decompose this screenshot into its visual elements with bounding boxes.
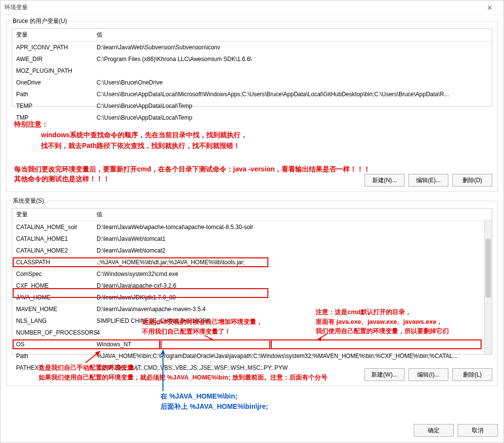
new-sys-var-button[interactable]: 新建(W)...: [364, 368, 404, 381]
annotation-other-cmds: 其他命令的测试也是这样！！！: [14, 174, 110, 184]
var-name: Path: [12, 351, 93, 361]
edit-sys-var-button[interactable]: 编辑(I)...: [408, 368, 448, 381]
var-value: SIMPLIFIED CHINESE_CHINA.ZHS16GBK: [93, 316, 492, 326]
var-name: NUMBER_OF_PROCESSORS: [12, 328, 93, 338]
sys-vars-legend: 系统变量(S): [11, 197, 46, 205]
var-value: D:\learn\JavaWeb\apache-tomcat\apache-to…: [93, 222, 492, 232]
var-name: MAVEN_HOME: [12, 304, 93, 314]
user-vars-legend: Bruce 的用户变量(U): [11, 17, 69, 25]
list-header: 变量 值: [12, 209, 492, 221]
user-vars-fieldset: Bruce 的用户变量(U) 变量 值 APR_ICONV_PATHD:\lea…: [6, 21, 498, 192]
list-header: 变量 值: [12, 29, 492, 42]
col-header-value[interactable]: 值: [93, 209, 492, 221]
table-row[interactable]: CATALINA_HOME_solrD:\learn\JavaWeb\apach…: [12, 221, 492, 233]
table-row[interactable]: NLS_LANGSIMPLIFIED CHINESE_CHINA.ZHS16GB…: [12, 315, 492, 327]
var-value: [93, 66, 492, 76]
sys-vars-buttons: 新建(W)... 编辑(I)... 删除(L): [364, 368, 492, 381]
table-row[interactable]: JAVA_HOMED:\learn\Java\JDK\jdk1.7.0_80: [12, 292, 492, 303]
var-value: D:\learn\Java\JDK\jdk1.7.0_80: [93, 293, 492, 302]
new-user-var-button[interactable]: 新建(N)...: [364, 174, 404, 187]
delete-sys-var-button[interactable]: 删除(L): [452, 368, 492, 381]
var-name: TEMP: [12, 101, 93, 111]
var-value: C:\Users\Bruce\AppData\Local\Temp: [93, 113, 492, 123]
var-value: D:\learn\Java\apache-cxf-3.2.6: [93, 281, 492, 291]
var-name: APR_ICONV_PATH: [12, 42, 93, 52]
table-row[interactable]: CXF_HOMED:\learn\Java\apache-cxf-3.2.6: [12, 280, 492, 292]
var-name: JAVA_HOME: [12, 293, 93, 302]
var-name: OS: [12, 339, 93, 349]
scrollbar[interactable]: [484, 219, 492, 354]
window-title: 环境变量: [4, 3, 480, 12]
col-header-value[interactable]: 值: [93, 29, 492, 41]
var-value: .;%JAVA_HOME%\lib\dt.jar;%JAVA_HOME%\lib…: [93, 257, 492, 267]
annotation-append-jre: 在 %JAVA_HOME%\bin;后面补上 %JAVA_HOME%\bin\j…: [161, 391, 268, 412]
var-value: D:\learn\Java\maven\apache-maven-3.5.4: [93, 304, 492, 314]
table-row[interactable]: MAVEN_HOMED:\learn\Java\maven\apache-mav…: [12, 303, 492, 315]
table-row[interactable]: AWE_DIRC:\Program Files (x86)\Khrona LLC…: [12, 53, 492, 65]
var-value: C:\Users\Bruce\OneDrive: [93, 78, 492, 87]
var-name: CXF_HOME: [12, 281, 93, 291]
sys-vars-list[interactable]: 变量 值 CATALINA_HOME_solrD:\learn\JavaWeb\…: [12, 208, 492, 355]
var-value: C:\Program Files (x86)\Khrona LLC\Awesom…: [93, 54, 492, 64]
table-row[interactable]: CATALINA_HOME2D:\learn\JavaWeb\tomcat2: [12, 245, 492, 256]
var-value: D:\learn\JavaWeb\Subversion\Subversion\i…: [93, 42, 492, 52]
table-row[interactable]: OneDriveC:\Users\Bruce\OneDrive: [12, 77, 492, 88]
sys-vars-fieldset: 系统变量(S) 变量 值 CATALINA_HOME_solrD:\learn\…: [6, 201, 498, 386]
table-row[interactable]: ComSpecC:\Windows\system32\cmd.exe: [12, 268, 492, 280]
var-name: NLS_LANG: [12, 316, 93, 326]
annotation-note-line1: windows系统中查找命令的顺序，先在当前目录中找，找到就执行，: [41, 130, 247, 140]
var-value: 4: [93, 328, 492, 338]
dialog-footer: 确定 取消: [0, 419, 504, 443]
cancel-button[interactable]: 取消: [458, 424, 498, 437]
table-row[interactable]: Path%JAVA_HOME%\bin;C:\ProgramData\Oracl…: [12, 350, 492, 362]
table-row[interactable]: TMPC:\Users\Bruce\AppData\Local\Temp: [12, 112, 492, 124]
edit-user-var-button[interactable]: 编辑(E)...: [408, 174, 448, 187]
var-name: AWE_DIR: [12, 54, 93, 64]
col-header-name[interactable]: 变量: [12, 209, 93, 221]
annotation-reopen-cmd: 每当我们更改完环境变量后，要重新打开cmd，在各个目录下测试命令：java -v…: [14, 164, 370, 174]
var-value: C:\Users\Bruce\AppData\Local\Microsoft\W…: [93, 89, 492, 99]
var-name: CATALINA_HOME2: [12, 246, 93, 255]
var-name: TMP: [12, 113, 93, 123]
var-value: %JAVA_HOME%\bin;C:\ProgramData\Oracle\Ja…: [93, 351, 492, 361]
col-header-name[interactable]: 变量: [12, 29, 93, 41]
var-name: CATALINA_HOME_solr: [12, 222, 93, 232]
titlebar[interactable]: 环境变量 ✕: [0, 0, 504, 15]
user-vars-buttons: 新建(N)... 编辑(E)... 删除(D): [364, 174, 492, 187]
var-value: D:\learn\JavaWeb\tomcat1: [93, 234, 492, 244]
var-value: C:\Users\Bruce\AppData\Local\Temp: [93, 101, 492, 111]
var-name: CATALINA_HOME1: [12, 234, 93, 244]
table-row[interactable]: APR_ICONV_PATHD:\learn\JavaWeb\Subversio…: [12, 42, 492, 53]
table-row[interactable]: OSWindows_NT: [12, 338, 492, 350]
table-row[interactable]: CLASSPATH.;%JAVA_HOME%\lib\dt.jar;%JAVA_…: [12, 256, 492, 268]
table-row[interactable]: TEMPC:\Users\Bruce\AppData\Local\Temp: [12, 100, 492, 112]
user-vars-list[interactable]: 变量 值 APR_ICONV_PATHD:\learn\JavaWeb\Subv…: [12, 28, 492, 106]
env-vars-window: 环境变量 ✕ Bruce 的用户变量(U) 变量 值 APR_ICONV_PAT…: [0, 0, 504, 443]
var-name: ComSpec: [12, 269, 93, 279]
var-value: C:\Windows\system32\cmd.exe: [93, 269, 492, 279]
scrollbar-thumb[interactable]: [485, 239, 491, 297]
annotation-note-line2: 找不到，就去Path路径下依次查找，找到就执行，找不到就报错！: [41, 141, 240, 151]
var-value: D:\learn\JavaWeb\tomcat2: [93, 246, 492, 255]
table-row[interactable]: MOZ_PLUGIN_PATH: [12, 65, 492, 77]
table-row[interactable]: NUMBER_OF_PROCESSORS4: [12, 327, 492, 338]
table-row[interactable]: CATALINA_HOME1D:\learn\JavaWeb\tomcat1: [12, 233, 492, 245]
delete-user-var-button[interactable]: 删除(D): [452, 174, 492, 187]
var-name: PATHEXT: [12, 363, 93, 373]
var-name: OneDrive: [12, 78, 93, 87]
var-name: MOZ_PLUGIN_PATH: [12, 66, 93, 76]
var-value: Windows_NT: [93, 339, 492, 349]
var-name: Path: [12, 89, 93, 99]
ok-button[interactable]: 确定: [414, 424, 454, 437]
var-name: CLASSPATH: [12, 257, 93, 267]
close-icon[interactable]: ✕: [480, 1, 500, 15]
table-row[interactable]: PathC:\Users\Bruce\AppData\Local\Microso…: [12, 88, 492, 100]
